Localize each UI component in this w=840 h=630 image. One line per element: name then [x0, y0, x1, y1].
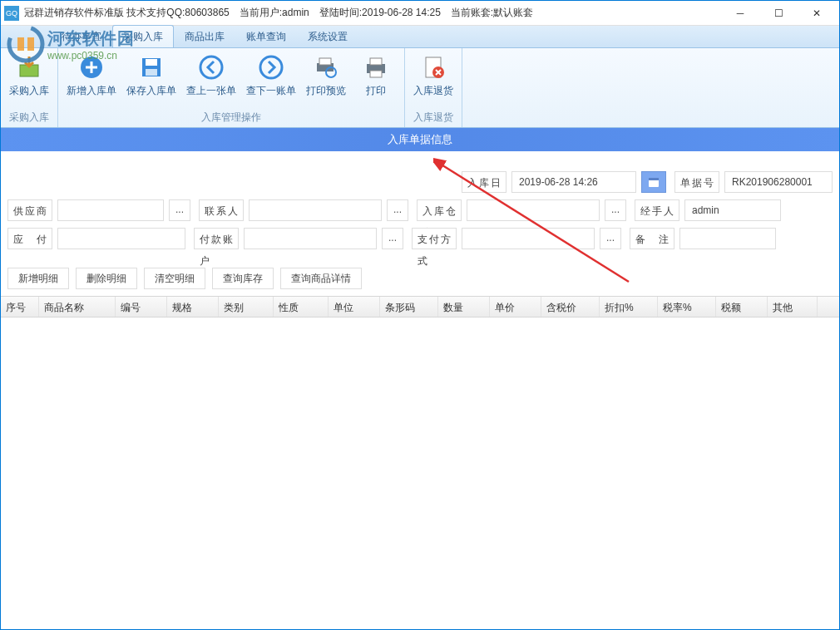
- print-preview-icon: [311, 52, 341, 82]
- next-doc-button[interactable]: 查下一账单: [241, 51, 301, 109]
- ribbon-group-return: 入库退货 入库退货: [405, 48, 462, 127]
- tab-bill-query[interactable]: 账单查询: [235, 25, 297, 47]
- query-product-button[interactable]: 查询商品详情: [280, 268, 362, 289]
- pay-label: 应 付: [7, 228, 52, 249]
- svg-rect-6: [146, 59, 157, 66]
- minimize-button[interactable]: ─: [721, 1, 759, 26]
- col-price[interactable]: 单价: [490, 297, 541, 317]
- print-button[interactable]: 打印: [351, 51, 401, 109]
- col-taxr[interactable]: 税率%: [658, 297, 716, 317]
- col-disc[interactable]: 折扣%: [600, 297, 658, 317]
- add-detail-button[interactable]: 新增明细: [7, 268, 69, 289]
- date-picker-button[interactable]: [641, 171, 666, 193]
- svg-rect-15: [370, 71, 382, 77]
- col-cat[interactable]: 类别: [219, 297, 274, 317]
- save-icon: [136, 52, 166, 82]
- col-seq[interactable]: 序号: [1, 297, 39, 317]
- login-time: 登陆时间:2019-06-28 14:25: [319, 6, 441, 20]
- col-taxa[interactable]: 税额: [716, 297, 768, 317]
- watermark: 河东软件园 www.pc0359.cn: [6, 24, 135, 64]
- paymode-lookup-button[interactable]: ...: [600, 228, 621, 249]
- ledger: 当前账套:默认账套: [451, 6, 533, 20]
- query-stock-button[interactable]: 查询库存: [212, 268, 274, 289]
- svg-rect-14: [370, 58, 382, 65]
- svg-rect-19: [649, 178, 659, 180]
- delete-detail-button[interactable]: 删除明细: [76, 268, 137, 289]
- col-unit[interactable]: 单位: [329, 297, 380, 317]
- warehouse-label: 入库仓库: [417, 199, 462, 221]
- account-input[interactable]: [244, 228, 377, 249]
- title-bar: GQ 冠群进销存软件标准版 技术支持QQ:80603865 当前用户:admin…: [1, 1, 839, 26]
- watermark-text: 河东软件园: [47, 27, 135, 50]
- tab-settings[interactable]: 系统设置: [297, 25, 358, 47]
- remark-label: 备 注: [630, 228, 674, 249]
- col-tax[interactable]: 含税价: [541, 297, 600, 317]
- account-label: 付款账户: [194, 228, 239, 249]
- col-code[interactable]: 编号: [116, 297, 167, 317]
- user-label: 当前用户:admin: [240, 6, 309, 20]
- contact-lookup-button[interactable]: ...: [387, 199, 408, 221]
- maximize-button[interactable]: ☐: [759, 1, 798, 26]
- col-other[interactable]: 其他: [768, 297, 818, 317]
- tab-goods-out[interactable]: 商品出库: [174, 25, 235, 47]
- svg-point-0: [9, 27, 42, 61]
- docno-label: 单据号: [674, 171, 719, 193]
- pay-input[interactable]: [57, 228, 185, 249]
- prev-doc-button[interactable]: 查上一张单: [181, 51, 241, 109]
- col-kind[interactable]: 性质: [274, 297, 329, 317]
- supplier-lookup-button[interactable]: ...: [169, 199, 190, 221]
- watermark-url: www.pc0359.cn: [47, 50, 135, 62]
- col-bar[interactable]: 条形码: [380, 297, 438, 317]
- form-area: 入库日期 单据号 供应商... 联系人... 入库仓库... 经手人 应 付 付…: [1, 151, 839, 264]
- contact-label: 联系人: [199, 199, 244, 221]
- print-preview-button[interactable]: 打印预览: [301, 51, 351, 109]
- arrow-left-circle-icon: [196, 52, 226, 82]
- arrow-right-circle-icon: [256, 52, 286, 82]
- handler-label: 经手人: [635, 199, 679, 221]
- close-button[interactable]: ✕: [798, 1, 836, 26]
- warehouse-input[interactable]: [467, 199, 600, 221]
- account-lookup-button[interactable]: ...: [382, 228, 403, 249]
- col-spec[interactable]: 规格: [167, 297, 219, 317]
- svg-rect-7: [146, 69, 157, 76]
- svg-rect-1: [17, 37, 24, 51]
- date-label: 入库日期: [462, 171, 506, 193]
- return-button[interactable]: 入库退货: [408, 51, 458, 109]
- svg-rect-11: [319, 58, 331, 65]
- doc-delete-icon: [418, 52, 448, 82]
- docno-input[interactable]: [724, 171, 833, 193]
- warehouse-lookup-button[interactable]: ...: [605, 199, 626, 221]
- svg-point-9: [260, 57, 282, 78]
- supplier-input[interactable]: [57, 199, 164, 221]
- app-icon: GQ: [4, 6, 19, 21]
- contact-input[interactable]: [249, 199, 382, 221]
- watermark-icon: [6, 24, 46, 64]
- supplier-label: 供应商: [7, 199, 52, 221]
- handler-input[interactable]: [684, 199, 781, 221]
- clear-detail-button[interactable]: 清空明细: [144, 268, 205, 289]
- svg-rect-2: [27, 37, 34, 51]
- svg-point-8: [200, 57, 222, 78]
- date-input[interactable]: [511, 171, 636, 193]
- remark-input[interactable]: [679, 228, 776, 249]
- col-qty[interactable]: 数量: [438, 297, 490, 317]
- section-header: 入库单据信息: [1, 128, 839, 151]
- paymode-input[interactable]: [462, 228, 595, 249]
- grid-header: 序号 商品名称 编号 规格 类别 性质 单位 条形码 数量 单价 含税价 折扣%…: [1, 296, 839, 317]
- app-title: 冠群进销存软件标准版 技术支持QQ:80603865: [24, 6, 230, 20]
- paymode-label: 支付方式: [412, 228, 457, 249]
- col-name[interactable]: 商品名称: [39, 297, 116, 317]
- printer-icon: [361, 52, 391, 82]
